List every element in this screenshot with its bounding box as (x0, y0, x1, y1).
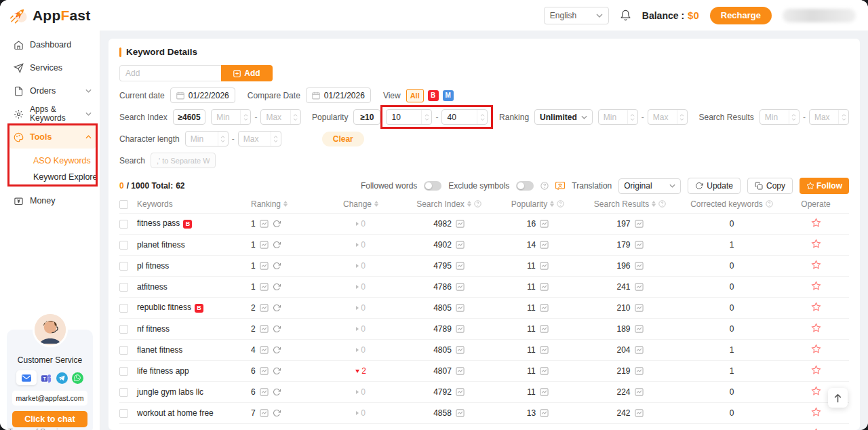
info-circle-icon[interactable] (474, 200, 481, 208)
search-results-min-input[interactable]: Min (760, 109, 800, 125)
refresh-icon[interactable] (273, 304, 281, 312)
recharge-button[interactable]: Recharge (710, 7, 772, 24)
sidebar-item-orders[interactable]: Orders (0, 79, 100, 102)
trend-chart-icon[interactable] (540, 304, 549, 312)
refresh-icon[interactable] (273, 262, 281, 270)
trend-chart-icon[interactable] (260, 304, 269, 312)
select-all-checkbox[interactable] (119, 200, 128, 209)
add-keyword-button[interactable]: Add (221, 65, 273, 81)
popularity-max-input[interactable]: 40 (441, 109, 488, 125)
row-checkbox[interactable] (119, 262, 128, 271)
email-channel-icon[interactable] (16, 370, 37, 385)
update-button[interactable]: Update (688, 178, 741, 194)
view-m-button[interactable]: M (443, 90, 454, 101)
exclude-symbols-toggle[interactable] (516, 181, 534, 191)
keyword-search-input[interactable] (151, 153, 216, 168)
support-email[interactable]: market@appfast.com (12, 391, 87, 406)
trend-chart-icon[interactable] (456, 388, 465, 396)
whatsapp-icon[interactable] (72, 372, 83, 384)
follow-star-icon[interactable] (811, 386, 821, 396)
clear-button[interactable]: Clear (322, 132, 364, 146)
follow-button[interactable]: Follow (800, 178, 849, 194)
followed-words-toggle[interactable] (424, 181, 441, 191)
notification-bell-icon[interactable] (620, 9, 631, 21)
follow-star-icon[interactable] (811, 323, 821, 333)
telegram-icon[interactable] (56, 372, 68, 384)
trend-chart-icon[interactable] (456, 241, 465, 249)
refresh-icon[interactable] (273, 346, 281, 354)
click-to-chat-button[interactable]: Click to chat (12, 411, 87, 427)
spinner-arrows-icon[interactable] (290, 110, 300, 124)
trend-chart-icon[interactable] (456, 262, 465, 270)
sidebar-item-keyword-explore[interactable]: Keyword Explore (0, 169, 100, 185)
follow-star-icon[interactable] (811, 239, 821, 249)
view-b-button[interactable]: B (428, 90, 439, 101)
view-all-button[interactable]: All (406, 89, 424, 102)
spinner-arrows-icon[interactable] (421, 110, 431, 124)
trend-chart-icon[interactable] (540, 409, 549, 417)
help-circle-icon[interactable] (540, 182, 549, 190)
row-checkbox[interactable] (119, 304, 128, 313)
back-to-top-button[interactable] (828, 388, 848, 408)
trend-chart-icon[interactable] (635, 283, 644, 291)
language-select[interactable]: English (544, 7, 609, 24)
refresh-icon[interactable] (273, 283, 281, 291)
trend-chart-icon[interactable] (540, 241, 549, 249)
add-keyword-input[interactable] (119, 65, 221, 81)
keyword-label[interactable]: planet fitness (137, 240, 185, 250)
trend-chart-icon[interactable] (635, 409, 644, 417)
follow-star-icon[interactable] (811, 218, 821, 228)
follow-star-icon[interactable] (811, 260, 821, 270)
trend-chart-icon[interactable] (635, 241, 644, 249)
sidebar-item-aso-keywords[interactable]: ASO Keywords (0, 153, 100, 169)
spinner-arrows-icon[interactable] (271, 132, 281, 146)
trend-chart-icon[interactable] (635, 367, 644, 375)
teams-icon[interactable]: T (41, 373, 52, 383)
spinner-arrows-icon[interactable] (240, 110, 250, 124)
spinner-arrows-icon[interactable] (477, 110, 487, 124)
trend-chart-icon[interactable] (540, 283, 549, 291)
sidebar-item-money[interactable]: Money (0, 189, 100, 212)
follow-star-icon[interactable] (811, 281, 821, 291)
sort-icon[interactable] (652, 201, 656, 207)
row-checkbox[interactable] (119, 388, 128, 397)
trend-chart-icon[interactable] (540, 262, 549, 270)
search-index-max-input[interactable]: Max (260, 109, 300, 125)
sort-icon[interactable] (550, 201, 554, 207)
ranking-min-input[interactable]: Min (598, 109, 638, 125)
follow-star-icon[interactable] (811, 365, 821, 375)
search-index-min-input[interactable]: Min (211, 109, 251, 125)
brand-logo[interactable]: AppFast (8, 5, 90, 26)
column-header-popularity[interactable]: Popularity (496, 195, 579, 213)
spinner-arrows-icon[interactable] (789, 110, 799, 124)
spinner-arrows-icon[interactable] (677, 110, 687, 124)
sort-icon[interactable] (467, 201, 471, 207)
search-index-threshold[interactable]: ≥4605 (173, 109, 206, 125)
refresh-icon[interactable] (273, 325, 281, 333)
keyword-label[interactable]: republic fitness (137, 302, 191, 312)
account-blurred[interactable] (783, 9, 856, 22)
trend-chart-icon[interactable] (540, 220, 549, 228)
follow-star-icon[interactable] (811, 428, 821, 430)
column-header-change[interactable]: Change (320, 195, 401, 213)
trend-chart-icon[interactable] (456, 283, 465, 291)
column-header-ranking[interactable]: Ranking (251, 195, 320, 213)
trend-chart-icon[interactable] (540, 367, 549, 375)
row-checkbox[interactable] (119, 367, 128, 376)
search-results-max-input[interactable]: Max (809, 109, 849, 125)
row-checkbox[interactable] (119, 241, 128, 250)
spinner-arrows-icon[interactable] (627, 110, 637, 124)
keyword-label[interactable]: jungle gym labs llc (137, 387, 203, 397)
row-checkbox[interactable] (119, 409, 128, 418)
column-header-search-results[interactable]: Search Results (579, 195, 681, 213)
trend-chart-icon[interactable] (456, 325, 465, 333)
translation-select[interactable]: Original (618, 178, 681, 194)
keyword-label[interactable]: nf fitness (137, 324, 170, 334)
trend-chart-icon[interactable] (260, 325, 269, 333)
row-checkbox[interactable] (119, 346, 128, 355)
row-checkbox[interactable] (119, 283, 128, 292)
spinner-arrows-icon[interactable] (218, 132, 228, 146)
trend-chart-icon[interactable] (540, 388, 549, 396)
refresh-icon[interactable] (273, 367, 281, 375)
refresh-icon[interactable] (273, 241, 281, 249)
